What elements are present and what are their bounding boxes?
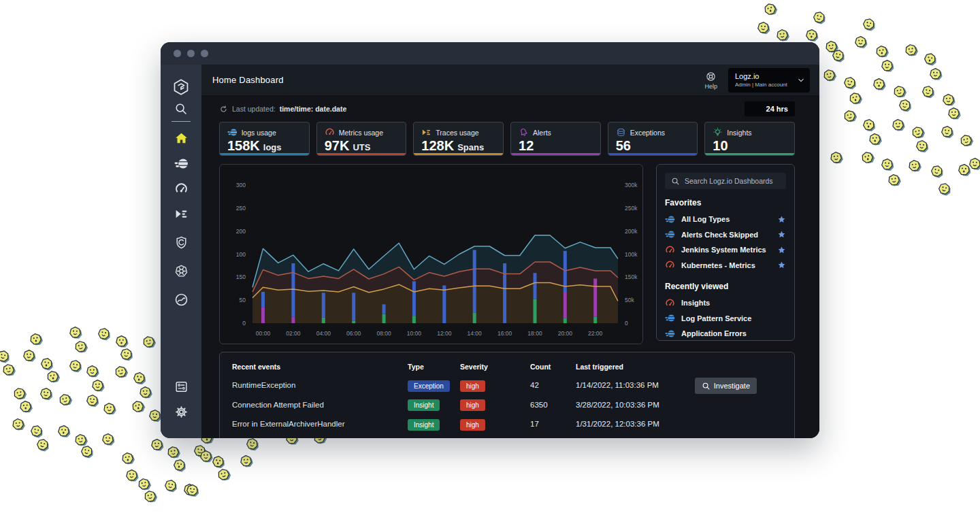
sidebar-item-siem-shield[interactable]	[172, 233, 190, 251]
x-axis-tick: 02:00	[286, 330, 301, 337]
time-range-button[interactable]: 24 hrs	[745, 101, 795, 116]
smiley-face	[35, 437, 50, 452]
sidebar-item-metrics-gauge[interactable]	[172, 180, 190, 197]
help-button[interactable]: Help	[704, 71, 717, 90]
dashboard-item[interactable]: All Log Types	[665, 212, 786, 227]
smiley-face	[830, 48, 846, 63]
stat-card-label-row: Metrics usage	[325, 127, 399, 137]
stat-card-logs-usage[interactable]: logs usage 158K logs	[219, 122, 310, 156]
x-axis-tick: 14:00	[468, 330, 483, 337]
event-last-triggered: 1/31/2022, 12:03:36 PM	[576, 420, 782, 428]
dashboard-item-label: Jenkins System Metrics	[681, 246, 766, 254]
stat-card-label-row: Insights	[713, 127, 787, 137]
y-axis-left-tick: 250	[236, 205, 246, 212]
sidebar-item-search[interactable]	[172, 100, 190, 118]
events-table-row[interactable]: Connection Attempt Failed Insight high 6…	[232, 395, 782, 415]
refresh-icon[interactable]	[219, 105, 228, 114]
stat-card-value: 10	[713, 139, 728, 152]
y-axis-left-tick: 0	[242, 320, 246, 327]
stat-card-accent-bar	[705, 153, 794, 155]
smiley-face	[101, 401, 117, 416]
bar-green	[564, 318, 567, 323]
events-table-row[interactable]: Error in ExternalArchiverHandler Insight…	[232, 414, 782, 434]
events-column-header: Recent events	[232, 363, 408, 371]
stat-card-label: Alerts	[533, 129, 551, 137]
favorite-star-button[interactable]	[777, 261, 786, 269]
smiley-face	[10, 416, 26, 432]
dashboard-item[interactable]: Application Errors	[665, 326, 786, 342]
sidebar-item-data-optimization[interactable]	[172, 291, 190, 308]
window-control-minimize[interactable]	[187, 50, 195, 57]
stat-card-insights[interactable]: Insights 10	[704, 122, 795, 156]
bar-green	[322, 318, 325, 323]
metrics-gauge-icon	[325, 127, 335, 137]
dashboard-item[interactable]: Log Pattern Service	[665, 311, 786, 327]
favorite-star-button[interactable]	[777, 215, 786, 224]
smiley-face	[946, 105, 962, 121]
dashboard-item[interactable]: Jenkins System Metrics	[665, 242, 786, 258]
smiley-face	[21, 348, 37, 363]
dashboard-item[interactable]: Alerts Check Skipped	[665, 227, 786, 243]
smiley-face	[860, 150, 875, 165]
sidebar-item-traces[interactable]	[172, 205, 190, 222]
sidebar-item-home[interactable]	[172, 129, 190, 147]
last-updated-value: time/time: date.date	[280, 105, 347, 113]
dashboard-item[interactable]: Insights	[665, 295, 786, 311]
chevron-down-icon[interactable]	[796, 76, 806, 85]
smiley-face	[867, 131, 883, 147]
smiley-face	[928, 66, 943, 82]
x-axis-tick: 08:00	[376, 330, 391, 337]
window-control-close[interactable]	[174, 50, 181, 57]
smiley-face	[967, 156, 980, 171]
account-selector[interactable]: Logz.io Admin | Main account	[728, 68, 810, 93]
dashboard-item[interactable]: Kubernetes - Metrics	[665, 258, 786, 274]
event-name: Error in ExternalArchiverHandler	[232, 420, 408, 428]
sidebar-item-logs[interactable]	[172, 154, 190, 172]
stat-card-alerts[interactable]: Alerts 12	[510, 122, 601, 156]
sidebar-item-settings-gear[interactable]	[172, 403, 190, 420]
stat-card-unit: Spans	[457, 142, 484, 152]
stat-card-traces-usage[interactable]: Traces usage 128K Spans	[413, 122, 504, 156]
bar-purple	[261, 307, 265, 323]
bar-green	[473, 312, 476, 323]
y-axis-left-tick: 300	[236, 182, 246, 188]
favorite-star-button[interactable]	[777, 230, 786, 239]
smiley-face	[903, 42, 919, 58]
sidebar-item-logz-logo[interactable]	[172, 78, 190, 96]
sidebar-item-kubernetes[interactable]	[172, 262, 190, 280]
smiley-face	[142, 489, 158, 504]
refresh-icon-holder[interactable]	[219, 105, 228, 114]
recently-viewed-heading: Recently viewed	[665, 282, 786, 291]
smiley-face	[130, 399, 146, 414]
investigate-button[interactable]: Investigate	[695, 378, 757, 394]
stat-card-value: 128K	[421, 139, 454, 152]
stat-card-metrics-usage[interactable]: Metrics usage 97K UTS	[316, 122, 407, 156]
bar-blue	[534, 273, 537, 299]
content-scroll: Last updated: time/time: date.date 24 hr…	[201, 95, 819, 438]
favorite-star-button[interactable]	[777, 246, 786, 254]
x-axis-tick: 18:00	[527, 330, 542, 337]
window-control-maximize[interactable]	[201, 50, 208, 57]
stat-card-exceptions[interactable]: Exceptions 56	[608, 122, 698, 156]
smiley-face	[847, 90, 863, 106]
y-axis-right-tick: 300k	[625, 182, 638, 188]
bar-blue	[503, 263, 506, 323]
metrics-gauge-icon	[174, 182, 189, 196]
home-icon	[174, 131, 189, 146]
smiley-face	[141, 334, 157, 350]
metrics-gauge-icon	[665, 245, 675, 255]
smiley-face	[929, 163, 945, 179]
logz-logo-icon	[172, 78, 190, 96]
y-axis-right-tick: 0	[625, 320, 628, 327]
toolbar: Last updated: time/time: date.date 24 hr…	[219, 101, 795, 117]
event-type-cell: Insight	[408, 398, 460, 411]
x-axis-tick: 16:00	[497, 330, 512, 337]
metrics-gauge-icon	[665, 298, 675, 308]
event-type-cell: Insight	[408, 418, 460, 431]
exceptions-icon	[616, 127, 626, 137]
sidebar-item-integrations[interactable]	[172, 378, 190, 395]
bar-blue	[291, 263, 295, 317]
y-axis-left-tick: 50	[240, 297, 246, 303]
events-column-header: Last triggered	[576, 363, 782, 371]
dashboard-search-input[interactable]: Search Logz.io Dashboards	[665, 173, 786, 189]
